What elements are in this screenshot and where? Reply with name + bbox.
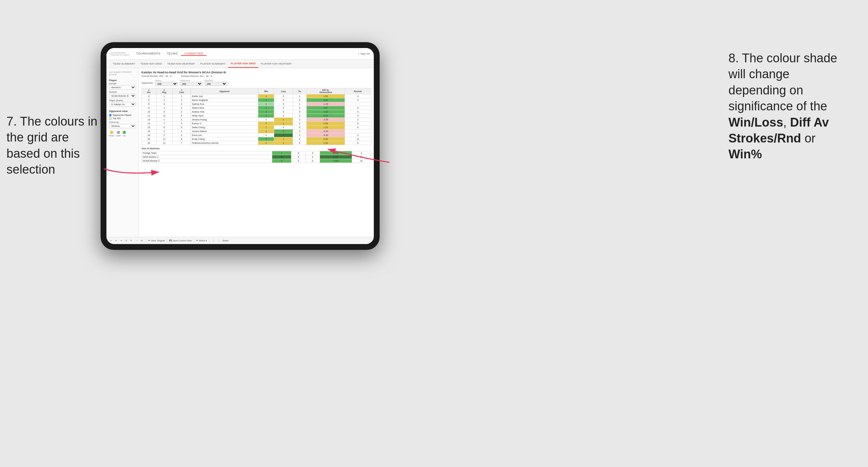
sidebar-opponent-view-label: Opponent view bbox=[109, 110, 136, 113]
th-tie: Tie bbox=[293, 88, 306, 94]
ood-table-row: NAIA Division 1 15 0 0 9.267 30 bbox=[142, 155, 371, 159]
radio-opponents-played[interactable] bbox=[109, 114, 112, 117]
filter-select-conference[interactable]: (All) bbox=[180, 82, 203, 86]
toolbar-save-custom-view[interactable]: 💾 Save Custom View bbox=[169, 240, 192, 242]
toolbar-redo[interactable]: ↪ bbox=[119, 239, 123, 242]
sign-out-link[interactable]: Sign out bbox=[361, 52, 370, 55]
sub-nav-team-h2h-grid[interactable]: TEAM H2H GRID bbox=[138, 60, 165, 68]
toolbar-undo2[interactable]: ↩ bbox=[114, 239, 118, 242]
toolbar-share[interactable]: Share bbox=[222, 240, 228, 242]
td-diff-3: 3.67 bbox=[307, 106, 345, 110]
filter-select-opponent[interactable]: (All) bbox=[205, 82, 227, 86]
td-opponent-1: Alexis Sudjianto bbox=[191, 98, 258, 102]
table-row: 13 1 1 Jessica Huang 0 1 2 -3.00 2 bbox=[142, 118, 371, 122]
ood-td-win-0: 1 bbox=[272, 151, 291, 155]
td-tie-10: 0 bbox=[293, 133, 306, 137]
td-rounds-3: 3 bbox=[345, 106, 371, 110]
td-tie-2: 1 bbox=[293, 102, 306, 106]
td-rounds-8: 4 bbox=[345, 126, 371, 129]
td-reg-1: 2 bbox=[156, 98, 172, 102]
nav-links: TOURNAMENTS TEAMS COMMITTEE bbox=[133, 52, 207, 56]
ood-td-tie-1: 0 bbox=[306, 155, 320, 159]
sidebar-colour-by-label: Colour by bbox=[109, 121, 136, 123]
toolbar-undo[interactable]: ↩ bbox=[109, 239, 113, 242]
ood-td-rounds-1: 30 bbox=[352, 155, 371, 159]
toolbar-more[interactable]: ⋯ bbox=[134, 239, 138, 242]
sub-nav-team-h2h-heatmap[interactable]: TEAM H2H HEATMAP bbox=[164, 60, 197, 68]
td-div-12: 20 bbox=[142, 141, 156, 145]
overall-record: Overall Record: 353 - 34 - 6 bbox=[142, 75, 172, 77]
table-row: 14 7 4 Eunice Yi 2 2 0 0.38 9 bbox=[142, 122, 371, 126]
filter-label-conference: Conference bbox=[180, 80, 203, 82]
toolbar-sep1 bbox=[146, 239, 146, 243]
sidebar-gender-select[interactable]: Women's bbox=[109, 85, 136, 90]
toolbar-copy[interactable]: ⎘ bbox=[125, 239, 128, 242]
filter-label-opponent: Opponent bbox=[205, 80, 227, 82]
table-header-row: #Div #Reg #Conf Opponent Win Loss Tie Di… bbox=[142, 88, 371, 94]
ood-td-rounds-2: 10 bbox=[352, 159, 371, 163]
td-rounds-10: 2 bbox=[345, 133, 371, 137]
td-win-7: 2 bbox=[258, 122, 274, 126]
toolbar-refresh[interactable]: ⟳ bbox=[140, 239, 144, 242]
tablet-screen: SCOREBOARD Powered by clippd TOURNAMENTS… bbox=[106, 48, 374, 244]
td-diff-6: -3.00 bbox=[307, 118, 345, 122]
td-rounds-0: 4 bbox=[345, 94, 371, 98]
dot-yellow bbox=[110, 131, 113, 134]
td-div-9: 16 bbox=[142, 129, 156, 133]
td-loss-10: 1 bbox=[274, 133, 293, 137]
td-conf-2: 3 bbox=[172, 102, 191, 106]
sidebar-player-rank-select[interactable]: 8. Katelyn Vo bbox=[109, 102, 136, 106]
toolbar-icon2[interactable]: ⬚ bbox=[217, 239, 221, 242]
sidebar-player-rank-label: Player (Rank) bbox=[109, 99, 136, 101]
nav-link-tournaments[interactable]: TOURNAMENTS bbox=[133, 52, 164, 56]
td-diff-10: -5.00 bbox=[307, 133, 345, 137]
ood-td-name-1: NAIA Division 1 bbox=[142, 155, 272, 159]
tablet-frame: SCOREBOARD Powered by clippd TOURNAMENTS… bbox=[101, 42, 380, 250]
sidebar-radio-opponents-played[interactable]: Opponents Played bbox=[109, 114, 136, 117]
ood-td-win-2: 5 bbox=[272, 159, 291, 163]
ood-td-diff-1: 9.267 bbox=[320, 155, 352, 159]
filter-label-region: Region bbox=[155, 80, 178, 82]
td-conf-7: 4 bbox=[172, 122, 191, 126]
dot-green bbox=[123, 131, 126, 134]
sub-nav-player-h2h-heatmap[interactable]: PLAYER H2H HEATMAP bbox=[258, 60, 294, 68]
table-row: 20 11 6 Emily Chang 4 1 0 0.30 11 bbox=[142, 137, 371, 141]
toolbar-watch[interactable]: 👁 Watch ▾ bbox=[196, 240, 207, 242]
legend-down: Down bbox=[109, 131, 114, 136]
ood-data-table: Foreign Team 1 0 0 4.500 2 NAIA Division… bbox=[142, 151, 371, 163]
td-reg-9: 2 bbox=[156, 129, 172, 133]
toolbar-edit[interactable]: ✎ bbox=[129, 239, 133, 242]
td-diff-8: 1.25 bbox=[307, 126, 345, 129]
ood-td-rounds-0: 2 bbox=[352, 151, 371, 155]
toolbar-view-original[interactable]: 👁 View: Original bbox=[148, 240, 165, 242]
table-row: 20 11 7 Federica Domecq Lacroze 2 1 0 1.… bbox=[142, 141, 371, 145]
sub-nav-player-summary[interactable]: PLAYER SUMMARY bbox=[197, 60, 228, 68]
radio-top100[interactable] bbox=[109, 117, 112, 120]
sidebar-radio-top100[interactable]: Top 100 bbox=[109, 117, 136, 120]
td-reg-7: 7 bbox=[156, 122, 172, 126]
colour-legend: Down Level Up bbox=[109, 131, 136, 136]
td-reg-2: 3 bbox=[156, 102, 172, 106]
nav-link-committee[interactable]: COMMITTEE bbox=[181, 52, 207, 56]
sub-nav-team-summary[interactable]: TEAM SUMMARY bbox=[110, 60, 138, 68]
sidebar-division-label: Division bbox=[109, 91, 136, 93]
td-opponent-11: Emily Chang bbox=[191, 137, 258, 141]
sidebar-division-select[interactable]: NCAA Division III bbox=[109, 94, 136, 98]
th-div: #Div bbox=[142, 88, 156, 94]
td-tie-8: 0 bbox=[293, 126, 306, 129]
filter-select-region[interactable]: (All) bbox=[155, 82, 178, 86]
sub-nav-player-h2h-grid[interactable]: PLAYER H2H GRID bbox=[228, 60, 258, 68]
td-div-6: 13 bbox=[142, 118, 156, 122]
td-rounds-7: 9 bbox=[345, 122, 371, 126]
bottom-toolbar: ↩ ↩ ↪ ⎘ ✎ ⋯ ⟳ 👁 View: Original 💾 Save Cu… bbox=[106, 237, 374, 244]
sidebar-colour-by-select[interactable]: Win/loss bbox=[109, 124, 136, 128]
td-loss-5: 0 bbox=[274, 114, 293, 118]
td-div-0: 3 bbox=[142, 94, 156, 98]
out-of-division-header: Out of division bbox=[142, 147, 371, 150]
main-content: Last Updated: 27/03/2024 16:55:38 Player… bbox=[106, 68, 374, 237]
td-tie-12: 0 bbox=[293, 141, 306, 145]
toolbar-icon1[interactable]: ⬚ bbox=[211, 239, 215, 242]
ood-td-win-1: 15 bbox=[272, 155, 291, 159]
nav-link-teams[interactable]: TEAMS bbox=[163, 52, 181, 56]
td-loss-11: 1 bbox=[274, 137, 293, 141]
